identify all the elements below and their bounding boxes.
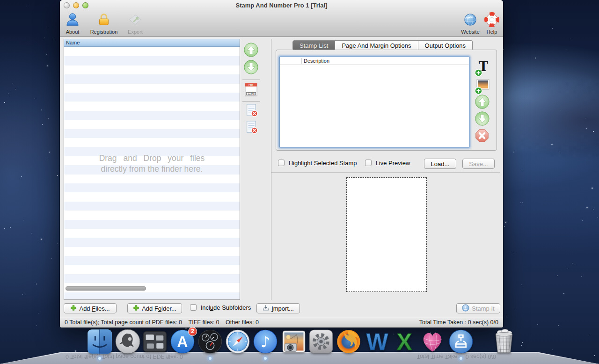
titlebar-toolbar: Stamp And Number Pro 1 [Trial] About Reg… — [60, 0, 503, 37]
import-tray-icon — [263, 305, 269, 313]
app-store-badge: 2 — [188, 327, 197, 336]
dock-pink-globe-app-icon[interactable] — [419, 328, 446, 355]
status-right: Total Time Taken : 0 sec(s) 0/0 — [419, 317, 498, 328]
svg-text:12345: 12345 — [248, 92, 255, 95]
lock-icon — [96, 21, 111, 29]
add-files-button[interactable]: Add Files... — [64, 303, 117, 313]
move-stamp-up-button[interactable] — [475, 94, 490, 109]
live-preview-label: Live Preview — [376, 160, 410, 167]
dock-excel-icon[interactable]: X — [391, 328, 417, 355]
dock-stamp-app-icon[interactable] — [448, 328, 474, 355]
plus-icon — [70, 305, 77, 313]
help-button[interactable]: Help — [483, 12, 500, 35]
dock-iphoto-icon[interactable] — [281, 328, 307, 355]
svg-text:X: X — [396, 329, 412, 355]
help-label: Help — [483, 29, 500, 35]
dock-app-store-icon[interactable]: A 2 — [169, 328, 196, 355]
dock-firefox-icon[interactable] — [336, 328, 362, 355]
close-button[interactable] — [64, 2, 70, 8]
move-file-up-button[interactable] — [243, 42, 259, 58]
add-text-stamp-button[interactable]: T — [475, 60, 490, 77]
svg-text:A: A — [177, 334, 188, 350]
highlight-selected-stamp-label: Highlight Selected Stamp — [289, 160, 357, 167]
tab-output-options[interactable]: Output Options — [418, 40, 473, 51]
description-column-header[interactable]: Description — [280, 57, 469, 65]
stamp-it-button[interactable]: Stamp It — [456, 303, 500, 313]
import-button[interactable]: Import... — [256, 303, 300, 313]
export-button[interactable]: Export — [124, 12, 146, 35]
minimize-button[interactable] — [73, 2, 79, 8]
options-tabbar: Stamp List Page And Margin Options Outpu… — [292, 40, 473, 51]
app-window: Stamp And Number Pro 1 [Trial] About Reg… — [60, 0, 503, 328]
add-image-stamp-button[interactable] — [475, 78, 490, 95]
move-file-down-button[interactable] — [243, 59, 259, 75]
running-indicator — [264, 357, 267, 360]
tab-stamp-list[interactable]: Stamp List — [292, 40, 335, 51]
highlight-selected-stamp-option: Highlight Selected Stamp — [278, 160, 357, 170]
delete-stamp-button[interactable] — [475, 128, 489, 143]
registration-button[interactable]: Registration — [86, 12, 122, 35]
include-subfolders-option: Include Subfolders — [190, 304, 251, 311]
about-button[interactable]: About — [63, 12, 82, 35]
live-preview-option: Live Preview — [365, 160, 410, 170]
stamp-preview-page — [346, 177, 427, 292]
add-folder-button[interactable]: Add Folder... — [127, 303, 182, 313]
file-list: Name Drag and Drop your files directly f… — [64, 39, 240, 300]
separator — [242, 101, 260, 102]
column-divider — [301, 58, 302, 64]
window-title: Stamp And Number Pro 1 [Trial] — [60, 2, 503, 9]
running-indicator — [209, 357, 212, 360]
dock: 0 Total file(s); Total page count of PDF… — [0, 328, 599, 364]
highlight-selected-stamp-checkbox[interactable] — [278, 160, 285, 166]
running-indicator — [460, 357, 462, 360]
panel-divider — [271, 39, 271, 300]
dock-finder-icon[interactable] — [87, 328, 113, 355]
drop-hint-line1: Drag and Drop your files — [64, 153, 240, 164]
move-stamp-down-button[interactable] — [475, 111, 490, 126]
load-button[interactable]: Load... — [424, 159, 456, 169]
live-preview-checkbox[interactable] — [365, 160, 372, 166]
website-button[interactable]: Website — [458, 12, 483, 35]
dock-trash-icon[interactable] — [489, 327, 519, 355]
pdf-page-options-button[interactable]: PDF12345 — [244, 82, 258, 97]
drop-hint-line2: directly from the finder here. — [64, 164, 240, 175]
registration-label: Registration — [86, 29, 122, 35]
svg-text:♪: ♪ — [261, 333, 270, 351]
desktop-screen: Stamp And Number Pro 1 [Trial] About Reg… — [0, 0, 599, 364]
stamp-description-list[interactable]: Description — [279, 57, 469, 147]
lifering-icon — [484, 21, 499, 29]
include-subfolders-checkbox[interactable] — [190, 304, 197, 311]
status-bar: 0 Total file(s); Total page count of PDF… — [60, 317, 503, 328]
about-person-icon — [65, 21, 80, 29]
dock-mission-control-icon[interactable] — [142, 328, 168, 355]
svg-text:PDF: PDF — [248, 83, 254, 86]
zoom-button[interactable] — [82, 2, 88, 8]
status-left: 0 Total file(s); Total page count of PDF… — [65, 317, 259, 328]
remove-all-files-button[interactable] — [245, 120, 258, 134]
export-label: Export — [124, 29, 146, 35]
about-label: About — [63, 29, 82, 35]
tab-page-margin-options[interactable]: Page And Margin Options — [335, 40, 418, 51]
stamp-icon — [462, 304, 469, 313]
dock-word-icon[interactable]: W — [364, 328, 390, 355]
globe-icon — [463, 21, 478, 29]
export-diamond-icon — [128, 21, 143, 29]
name-column-header[interactable]: Name — [64, 39, 240, 47]
drop-hint: Drag and Drop your files directly from t… — [64, 153, 240, 175]
horizontal-scrollbar-thumb[interactable] — [66, 286, 146, 291]
plus-icon — [133, 305, 139, 313]
dock-safari-icon[interactable] — [225, 328, 251, 355]
dock-dashboard-icon[interactable] — [197, 328, 223, 355]
separator — [242, 80, 260, 80]
running-indicator — [98, 357, 101, 360]
remove-file-button[interactable] — [245, 103, 258, 117]
svg-text:W: W — [366, 329, 388, 355]
include-subfolders-label: Include Subfolders — [201, 304, 251, 311]
preview-separator — [271, 172, 500, 173]
dock-system-preferences-icon[interactable] — [308, 328, 334, 355]
dock-itunes-icon[interactable]: ♪ — [252, 328, 278, 355]
save-button[interactable]: Save... — [462, 159, 495, 169]
website-label: Website — [458, 29, 483, 35]
dock-launchpad-icon[interactable] — [115, 328, 141, 355]
